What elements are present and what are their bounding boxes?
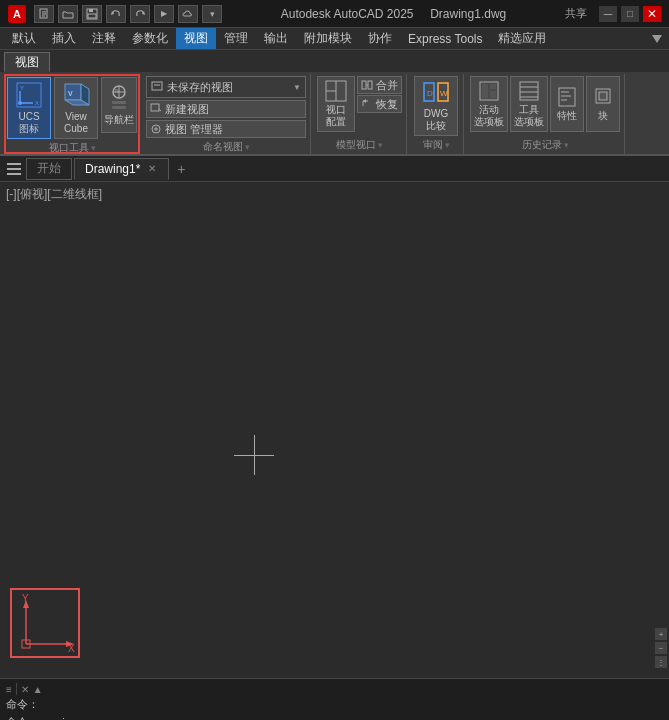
app-title: Autodesk AutoCAD 2025 <box>281 7 414 21</box>
named-view-label: 命名视图 ▾ <box>146 138 306 154</box>
viewport-tools-label: 视口工具 ▾ <box>7 139 137 155</box>
svg-rect-26 <box>152 82 162 90</box>
redo-icon[interactable] <box>130 5 150 23</box>
viewport-config-label: 视口配置 <box>326 104 346 128</box>
tab-close-icon[interactable]: ✕ <box>146 163 158 175</box>
start-tab[interactable]: 开始 <box>26 158 72 180</box>
model-viewport-label: 模型视口 ▾ <box>317 136 402 152</box>
view-cube-label: ViewCube <box>64 111 88 135</box>
ribbon-tab-view[interactable]: 视图 <box>4 52 50 72</box>
block-button[interactable]: 块 <box>586 76 620 132</box>
active-palette-button[interactable]: 活动选项板 <box>470 76 508 132</box>
print-icon[interactable]: ▶ <box>154 5 174 23</box>
tool-palette-button[interactable]: 工具选项板 <box>510 76 548 132</box>
restore-label: 恢复 <box>376 97 398 112</box>
svg-rect-37 <box>368 81 372 89</box>
more-tb-icon[interactable]: ▾ <box>202 5 222 23</box>
cmdline-collapse-icon[interactable]: ≡ <box>6 684 12 695</box>
ribbon-content: Y X UCS图标 V ViewCube <box>0 72 669 154</box>
minimize-button[interactable]: ─ <box>599 6 617 22</box>
cmdline-icons-row: ≡ ✕ ▲ <box>6 683 663 695</box>
ribbon: 视图 Y X UCS图标 <box>0 50 669 156</box>
menu-hamburger[interactable] <box>4 159 24 179</box>
svg-rect-36 <box>362 81 366 89</box>
cmd-line-2: 命令：_ucsicon <box>6 714 663 720</box>
new-file-icon[interactable] <box>34 5 54 23</box>
ucs-icon-label: UCS图标 <box>18 111 39 135</box>
view-dropdown-label: 未保存的视图 <box>167 80 289 95</box>
menu-manage[interactable]: 管理 <box>216 28 256 49</box>
ribbon-tabs: 视图 <box>0 50 669 72</box>
scroll-dots[interactable]: ⋮ <box>655 656 667 668</box>
properties-label: 特性 <box>557 110 577 122</box>
drawing-tab[interactable]: Drawing1* ✕ <box>74 158 169 180</box>
menu-view[interactable]: 视图 <box>176 28 216 49</box>
cmdline-expand-icon[interactable]: ▲ <box>33 684 43 695</box>
new-view-button[interactable]: 新建视图 <box>146 100 306 118</box>
cmdline-clear-icon[interactable]: ✕ <box>21 684 29 695</box>
menu-express[interactable]: Express Tools <box>400 28 490 49</box>
ucs-icon-button[interactable]: Y X UCS图标 <box>7 77 51 139</box>
scroll-controls: + − ⋮ <box>655 628 667 668</box>
svg-rect-6 <box>88 14 96 18</box>
svg-text:Y: Y <box>20 85 24 91</box>
cmd-line-1: 命令： <box>6 696 663 714</box>
view-manager-label: 视图 管理器 <box>165 122 223 137</box>
viewport-label: [-][俯视][二维线框] <box>6 186 102 203</box>
titlebar: A <box>0 0 669 28</box>
view-manager-button[interactable]: 视图 管理器 <box>146 120 306 138</box>
menu-output[interactable]: 输出 <box>256 28 296 49</box>
dwg-compare-button[interactable]: D W DWG比较 <box>414 76 458 136</box>
merge-viewport-button[interactable]: 合并 <box>357 76 402 94</box>
view-cube-button[interactable]: V ViewCube <box>54 77 98 139</box>
maximize-button[interactable]: □ <box>621 6 639 22</box>
menu-addons[interactable]: 附加模块 <box>296 28 360 49</box>
ribbon-group-named-view: 未保存的视图 ▼ 新建视图 视图 管理器 命名视图 ▾ <box>142 74 311 154</box>
new-tab-button[interactable]: + <box>171 159 191 179</box>
file-title: Drawing1.dwg <box>430 7 506 21</box>
properties-button[interactable]: 特性 <box>550 76 584 132</box>
cloud-icon[interactable] <box>178 5 198 23</box>
svg-text:V: V <box>68 90 73 97</box>
app-logo: A <box>8 5 26 23</box>
menu-annotate[interactable]: 注释 <box>84 28 124 49</box>
svg-point-15 <box>18 101 22 105</box>
menu-default[interactable]: 默认 <box>4 28 44 49</box>
ucs-icon-display: Y X <box>10 588 80 658</box>
svg-rect-45 <box>482 84 488 98</box>
navigation-bar-button[interactable]: N 导航栏 <box>101 77 137 133</box>
ribbon-minimize-icon[interactable] <box>649 33 665 45</box>
restore-viewport-button[interactable]: 恢复 <box>357 95 402 113</box>
svg-text:N: N <box>115 88 119 94</box>
svg-rect-52 <box>559 88 575 106</box>
viewport-config-button[interactable]: 视口配置 <box>317 76 355 132</box>
menu-collab[interactable]: 协作 <box>360 28 400 49</box>
svg-rect-28 <box>151 104 159 111</box>
zoom-in-button[interactable]: + <box>655 628 667 640</box>
close-button[interactable]: ✕ <box>643 6 661 22</box>
command-line-area: ≡ ✕ ▲ 命令： 命令：_ucsicon 输入选项 [开(ON)/关(OFF)… <box>0 678 669 720</box>
svg-rect-57 <box>599 92 607 100</box>
menu-parametric[interactable]: 参数化 <box>124 28 176 49</box>
undo-icon[interactable] <box>106 5 126 23</box>
share-label: 共享 <box>565 6 587 21</box>
save-icon[interactable] <box>82 5 102 23</box>
titlebar-left: A <box>8 5 222 23</box>
crosshair-vertical <box>254 435 255 475</box>
svg-rect-25 <box>112 106 126 109</box>
svg-marker-9 <box>652 35 662 43</box>
menu-featured[interactable]: 精选应用 <box>490 28 554 49</box>
main-drawing-area[interactable]: [-][俯视][二维线框] Y X + − ⋮ <box>0 182 669 678</box>
nav-bar-label: 导航栏 <box>104 114 134 126</box>
view-dropdown[interactable]: 未保存的视图 ▼ <box>146 76 306 98</box>
svg-text:Y: Y <box>22 593 29 604</box>
menu-insert[interactable]: 插入 <box>44 28 84 49</box>
open-file-icon[interactable] <box>58 5 78 23</box>
zoom-out-button[interactable]: − <box>655 642 667 654</box>
merge-label: 合并 <box>376 78 398 93</box>
cmdline-divider <box>16 683 17 695</box>
titlebar-right: 共享 ─ □ ✕ <box>565 6 661 22</box>
history-label: 历史记录 ▾ <box>470 136 620 152</box>
ribbon-group-review: D W DWG比较 审阅 ▾ <box>409 74 464 154</box>
menubar: 默认 插入 注释 参数化 视图 管理 输出 附加模块 协作 Express To… <box>0 28 669 50</box>
